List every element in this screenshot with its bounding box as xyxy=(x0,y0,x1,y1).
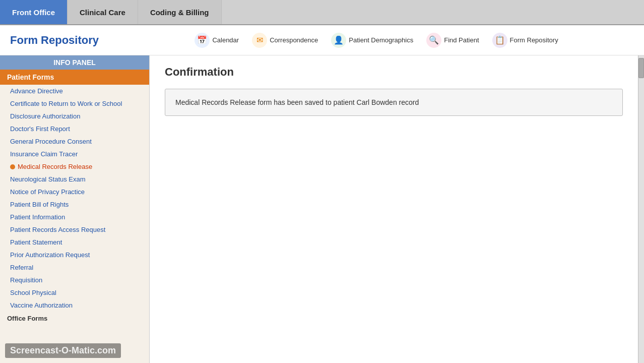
page-title: Confirmation xyxy=(165,66,623,79)
list-item[interactable]: Patient Statement xyxy=(0,236,149,249)
correspondence-nav[interactable]: ✉ Correspondence xyxy=(247,31,323,50)
list-item[interactable]: Prior Authorization Request xyxy=(0,249,149,261)
top-navigation: Front Office Clinical Care Coding & Bill… xyxy=(0,0,644,25)
sidebar-item-label: Disclosure Authorization xyxy=(10,112,80,120)
patient-demographics-nav[interactable]: 👤 Patient Demographics xyxy=(326,31,418,50)
correspondence-label: Correspondence xyxy=(270,36,318,44)
find-patient-label: Find Patient xyxy=(444,36,479,44)
calendar-label: Calendar xyxy=(212,36,239,44)
list-item[interactable]: General Procedure Consent xyxy=(0,135,149,148)
form-repository-label: Form Repository xyxy=(510,36,558,44)
person-icon: 👤 xyxy=(331,33,346,48)
sidebar: INFO PANEL Patient Forms Advance Directi… xyxy=(0,55,150,363)
sidebar-item-label: Notice of Privacy Practice xyxy=(10,188,85,196)
list-item[interactable]: Patient Records Access Request xyxy=(0,223,149,236)
sidebar-item-label: Doctor's First Report xyxy=(10,125,70,133)
list-item[interactable]: Requisition xyxy=(0,274,149,286)
find-patient-icon: 🔍 xyxy=(426,33,441,48)
confirmation-message: Medical Records Release form has been sa… xyxy=(175,98,419,106)
list-item[interactable]: Insurance Claim Tracer xyxy=(0,148,149,160)
sidebar-item-label: Patient Statement xyxy=(10,238,62,246)
list-item[interactable]: Doctor's First Report xyxy=(0,123,149,135)
list-item[interactable]: Vaccine Authorization xyxy=(0,299,149,312)
nav-coding-billing[interactable]: Coding & Billing xyxy=(138,0,222,24)
sidebar-item-label: Neurological Status Exam xyxy=(10,175,86,183)
form-repository-nav[interactable]: 📋 Form Repository xyxy=(487,31,563,50)
find-patient-nav[interactable]: 🔍 Find Patient xyxy=(421,31,484,50)
list-item[interactable]: Referral xyxy=(0,261,149,274)
nav-front-office[interactable]: Front Office xyxy=(0,0,68,24)
scrollbar-thumb[interactable] xyxy=(638,58,644,78)
list-item[interactable]: Certificate to Return to Work or School xyxy=(0,97,149,110)
sidebar-item-label: Prior Authorization Request xyxy=(10,251,90,259)
app-title: Form Repository xyxy=(10,34,99,47)
sidebar-item-label: Medical Records Release xyxy=(18,163,92,170)
sidebar-item-label: School Physical xyxy=(10,289,56,296)
sidebar-item-medical-records-release[interactable]: Medical Records Release xyxy=(0,160,149,173)
list-item[interactable]: Patient Bill of Rights xyxy=(0,198,149,211)
mail-icon: ✉ xyxy=(252,33,267,48)
sidebar-item-label: Patient Records Access Request xyxy=(10,226,105,233)
list-item[interactable]: Patient Information xyxy=(0,211,149,223)
list-item[interactable]: School Physical xyxy=(0,286,149,299)
sidebar-item-label: Advance Directive xyxy=(10,87,63,95)
right-scrollbar[interactable] xyxy=(638,55,644,363)
patient-demographics-label: Patient Demographics xyxy=(349,36,413,44)
main-layout: INFO PANEL Patient Forms Advance Directi… xyxy=(0,55,644,363)
nav-clinical-care[interactable]: Clinical Care xyxy=(68,0,138,24)
sidebar-item-label: Referral xyxy=(10,264,33,271)
list-item[interactable]: Disclosure Authorization xyxy=(0,110,149,123)
form-repo-icon: 📋 xyxy=(492,33,507,48)
list-item[interactable]: Advance Directive xyxy=(0,85,149,97)
patient-forms-section[interactable]: Patient Forms xyxy=(0,70,149,85)
info-panel-header: INFO PANEL xyxy=(0,55,149,70)
confirmation-message-box: Medical Records Release form has been sa… xyxy=(165,89,623,116)
sidebar-item-label: Patient Information xyxy=(10,213,65,221)
calendar-icon: 📅 xyxy=(195,33,210,48)
list-item[interactable]: Neurological Status Exam xyxy=(0,173,149,186)
sidebar-item-label: Insurance Claim Tracer xyxy=(10,150,78,158)
sidebar-item-label: General Procedure Consent xyxy=(10,138,92,145)
header-icon-bar: 📅 Calendar ✉ Correspondence 👤 Patient De… xyxy=(119,31,634,50)
header: Form Repository 📅 Calendar ✉ Corresponde… xyxy=(0,25,644,55)
sidebar-item-label: Patient Bill of Rights xyxy=(10,201,69,208)
sidebar-item-label: Requisition xyxy=(10,276,42,284)
sidebar-item-label: Vaccine Authorization xyxy=(10,301,73,309)
main-content: Confirmation Medical Records Release for… xyxy=(150,55,638,363)
calendar-nav[interactable]: 📅 Calendar xyxy=(189,31,244,50)
list-item[interactable]: Notice of Privacy Practice xyxy=(0,186,149,198)
sidebar-item-label: Certificate to Return to Work or School xyxy=(10,100,122,107)
office-forms-section[interactable]: Office Forms xyxy=(0,312,149,325)
active-indicator xyxy=(10,164,15,169)
